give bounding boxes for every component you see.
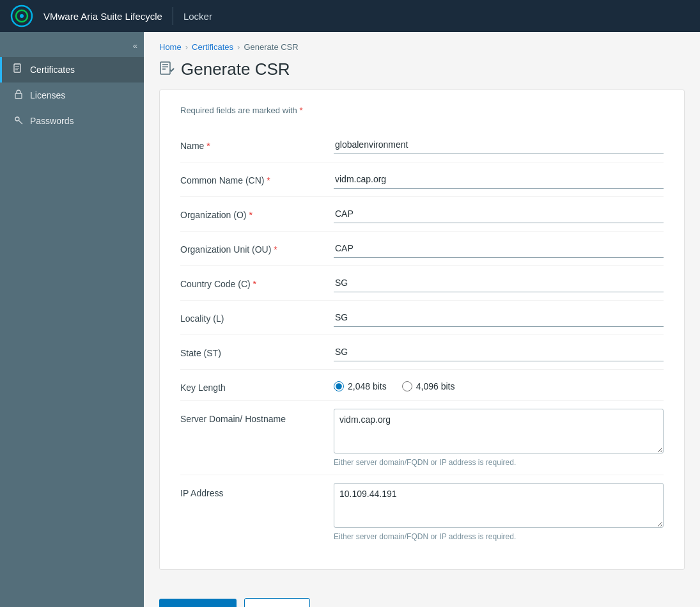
sidebar-item-licenses[interactable]: Licenses bbox=[0, 83, 144, 108]
cancel-button[interactable]: CANCEL bbox=[244, 598, 310, 607]
field-locality bbox=[334, 308, 664, 327]
passwords-icon bbox=[13, 114, 24, 127]
label-state: State (ST) bbox=[180, 343, 334, 358]
sidebar-collapse-button[interactable]: « bbox=[0, 38, 144, 57]
label-country-code: Country Code (C) * bbox=[180, 274, 334, 289]
topbar-section: Locker bbox=[183, 11, 212, 22]
radio-option-4096[interactable]: 4,096 bits bbox=[402, 381, 455, 391]
form-card: Required fields are marked with * Name *… bbox=[159, 90, 685, 570]
generate-button[interactable]: GENERATE bbox=[159, 599, 237, 607]
ip-address-hint: Either server domain/FQDN or IP address … bbox=[334, 532, 664, 541]
app-title: VMware Aria Suite Lifecycle bbox=[43, 11, 162, 22]
breadcrumb-current: Generate CSR bbox=[244, 42, 298, 52]
page-title-icon bbox=[159, 60, 175, 79]
field-server-domain: vidm.cap.org Either server domain/FQDN o… bbox=[334, 409, 664, 467]
input-state[interactable] bbox=[334, 343, 664, 361]
input-locality[interactable] bbox=[334, 308, 664, 327]
sidebar-item-passwords-label: Passwords bbox=[30, 116, 74, 126]
radio-label-4096: 4,096 bits bbox=[416, 381, 455, 391]
topbar-divider bbox=[173, 7, 173, 25]
field-ip-address: 10.109.44.191 Either server domain/FQDN … bbox=[334, 483, 664, 541]
breadcrumb: Home › Certificates › Generate CSR bbox=[144, 32, 700, 57]
input-server-domain[interactable]: vidm.cap.org bbox=[334, 409, 664, 453]
field-row-ip-address: IP Address 10.109.44.191 Either server d… bbox=[180, 475, 664, 549]
input-country-code[interactable] bbox=[334, 274, 664, 292]
field-org-unit bbox=[334, 239, 664, 258]
breadcrumb-home[interactable]: Home bbox=[159, 42, 182, 52]
field-common-name bbox=[334, 170, 664, 189]
label-name: Name * bbox=[180, 136, 334, 151]
field-row-organization: Organization (O) * bbox=[180, 197, 664, 232]
page-title: Generate CSR bbox=[181, 59, 290, 79]
label-common-name: Common Name (CN) * bbox=[180, 170, 334, 185]
svg-rect-7 bbox=[15, 93, 22, 99]
content-area: Home › Certificates › Generate CSR Gener… bbox=[144, 32, 700, 607]
input-org-unit[interactable] bbox=[334, 239, 664, 258]
field-key-length: 2,048 bits 4,096 bits bbox=[334, 377, 664, 391]
label-locality: Locality (L) bbox=[180, 308, 334, 324]
svg-line-9 bbox=[19, 121, 23, 125]
certificates-icon bbox=[13, 63, 24, 76]
main-layout: « Certificates Licenses bbox=[0, 32, 700, 607]
sidebar: « Certificates Licenses bbox=[0, 32, 144, 607]
label-ip-address: IP Address bbox=[180, 483, 334, 498]
required-asterisk: * bbox=[299, 106, 302, 115]
label-organization: Organization (O) * bbox=[180, 205, 334, 220]
field-row-common-name: Common Name (CN) * bbox=[180, 162, 664, 197]
input-common-name[interactable] bbox=[334, 170, 664, 189]
field-row-state: State (ST) bbox=[180, 335, 664, 370]
field-row-name: Name * bbox=[180, 128, 664, 162]
label-org-unit: Organization Unit (OU) * bbox=[180, 239, 334, 255]
sidebar-item-licenses-label: Licenses bbox=[30, 90, 65, 100]
topbar: VMware Aria Suite Lifecycle Locker bbox=[0, 0, 700, 32]
radio-2048[interactable] bbox=[334, 381, 344, 391]
field-organization bbox=[334, 205, 664, 223]
server-domain-hint: Either server domain/FQDN or IP address … bbox=[334, 458, 664, 467]
field-row-server-domain: Server Domain/ Hostname vidm.cap.org Eit… bbox=[180, 401, 664, 475]
field-row-key-length: Key Length 2,048 bits 4,096 bits bbox=[180, 370, 664, 401]
field-row-country-code: Country Code (C) * bbox=[180, 266, 664, 301]
field-row-locality: Locality (L) bbox=[180, 301, 664, 335]
sidebar-item-certificates-label: Certificates bbox=[30, 65, 75, 75]
sidebar-item-certificates[interactable]: Certificates bbox=[0, 57, 144, 83]
label-key-length: Key Length bbox=[180, 377, 334, 393]
vmware-logo bbox=[10, 4, 33, 28]
licenses-icon bbox=[13, 89, 24, 102]
input-name[interactable] bbox=[334, 136, 664, 154]
breadcrumb-sep-1: › bbox=[185, 42, 188, 52]
field-name bbox=[334, 136, 664, 154]
label-server-domain: Server Domain/ Hostname bbox=[180, 409, 334, 424]
field-row-org-unit: Organization Unit (OU) * bbox=[180, 232, 664, 266]
page-title-area: Generate CSR bbox=[144, 57, 700, 90]
input-ip-address[interactable]: 10.109.44.191 bbox=[334, 483, 664, 528]
action-bar: GENERATE CANCEL bbox=[144, 585, 700, 607]
required-note: Required fields are marked with * bbox=[180, 106, 664, 115]
radio-4096[interactable] bbox=[402, 381, 412, 391]
svg-point-8 bbox=[15, 117, 19, 121]
breadcrumb-sep-2: › bbox=[237, 42, 240, 52]
breadcrumb-certificates[interactable]: Certificates bbox=[192, 42, 233, 52]
radio-label-2048: 2,048 bits bbox=[348, 381, 387, 391]
input-organization[interactable] bbox=[334, 205, 664, 223]
sidebar-item-passwords[interactable]: Passwords bbox=[0, 108, 144, 134]
svg-point-2 bbox=[20, 14, 24, 18]
field-country-code bbox=[334, 274, 664, 292]
radio-option-2048[interactable]: 2,048 bits bbox=[334, 381, 387, 391]
field-state bbox=[334, 343, 664, 361]
svg-rect-10 bbox=[160, 62, 170, 74]
